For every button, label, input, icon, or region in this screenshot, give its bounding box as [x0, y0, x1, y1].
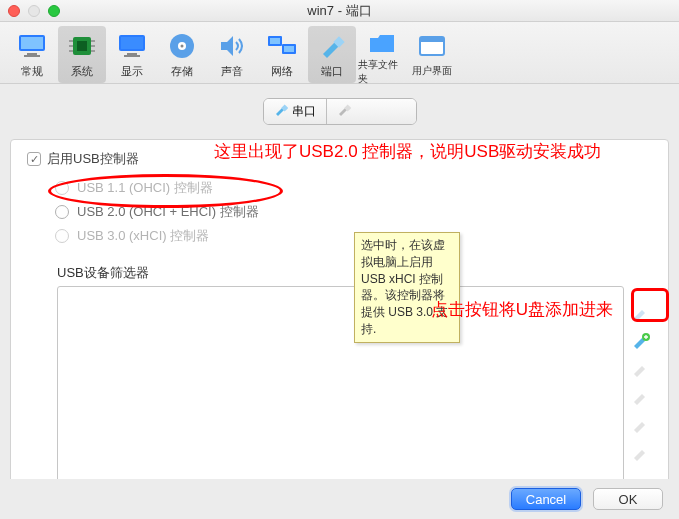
folder-icon — [366, 30, 398, 56]
usb-plug-icon — [337, 103, 351, 120]
svg-rect-25 — [420, 37, 444, 42]
toolbar-user-interface[interactable]: 用户界面 — [408, 26, 456, 83]
svg-rect-1 — [21, 37, 43, 49]
svg-rect-14 — [127, 53, 137, 55]
radio-icon — [55, 181, 69, 195]
toolbar-label: 端口 — [321, 64, 343, 79]
toolbar-ports[interactable]: 端口 — [308, 26, 356, 83]
enable-usb-checkbox[interactable]: ✓ — [27, 152, 41, 166]
svg-rect-13 — [121, 37, 143, 49]
titlebar: win7 - 端口 — [0, 0, 679, 22]
usb-remove-icon — [632, 360, 650, 378]
subtab-label: 串口 — [292, 103, 316, 120]
toolbar-label: 存储 — [171, 64, 193, 79]
svg-rect-21 — [270, 38, 280, 44]
subtab-serial[interactable]: 串口 — [264, 99, 326, 124]
ok-button[interactable]: OK — [593, 488, 663, 510]
window-title: win7 - 端口 — [0, 2, 679, 20]
radio-usb20[interactable]: USB 2.0 (OHCI + EHCI) 控制器 — [55, 200, 652, 224]
usb-eject-icon — [632, 444, 650, 462]
settings-toolbar: 常规 系统 显示 存储 声音 网络 端口 — [0, 22, 679, 84]
toolbar-label: 常规 — [21, 64, 43, 79]
svg-rect-15 — [124, 55, 140, 57]
usb-unknown-icon — [632, 416, 650, 434]
monitor-icon — [16, 30, 48, 62]
toolbar-label: 网络 — [271, 64, 293, 79]
radio-label: USB 2.0 (OHCI + EHCI) 控制器 — [77, 203, 259, 221]
toolbar-general[interactable]: 常规 — [8, 26, 56, 83]
radio-label: USB 3.0 (xHCI) 控制器 — [77, 227, 209, 245]
window-icon — [416, 30, 448, 62]
annotation-usb20-success: 这里出现了USB2.0 控制器，说明USB驱动安装成功 — [214, 140, 601, 163]
toolbar-label: 共享文件夹 — [358, 58, 406, 86]
toolbar-display[interactable]: 显示 — [108, 26, 156, 83]
toolbar-label: 显示 — [121, 64, 143, 79]
chip-icon — [66, 30, 98, 62]
usb-add-icon[interactable] — [632, 332, 650, 350]
svg-rect-3 — [24, 55, 40, 57]
svg-rect-22 — [284, 46, 294, 52]
filter-settings-icon — [632, 304, 650, 322]
usb-panel: ✓ 启用USB控制器 USB 1.1 (OHCI) 控制器 USB 2.0 (O… — [10, 139, 669, 503]
annotation-add-usb: 点击按钮将U盘添加进来 — [431, 298, 613, 321]
svg-rect-5 — [77, 41, 87, 51]
toolbar-label: 声音 — [221, 64, 243, 79]
radio-label: USB 1.1 (OHCI) 控制器 — [77, 179, 213, 197]
usb-plug-icon — [274, 103, 288, 120]
dialog-footer: Cancel OK — [0, 479, 679, 519]
radio-usb11[interactable]: USB 1.1 (OHCI) 控制器 — [55, 176, 652, 200]
network-icon — [266, 30, 298, 62]
usb-plug-icon — [316, 30, 348, 62]
enable-usb-label: 启用USB控制器 — [47, 150, 139, 168]
radio-icon — [55, 229, 69, 243]
toolbar-label: 用户界面 — [412, 64, 452, 78]
toolbar-audio[interactable]: 声音 — [208, 26, 256, 83]
speaker-icon — [216, 30, 248, 62]
disk-icon — [166, 30, 198, 62]
usb-remove-all-icon — [632, 388, 650, 406]
toolbar-storage[interactable]: 存储 — [158, 26, 206, 83]
toolbar-label: 系统 — [71, 64, 93, 79]
display-icon — [116, 30, 148, 62]
usb30-tooltip: 选中时，在该虚拟电脑上启用 USB xHCI 控制器。该控制器将提供 USB 3… — [354, 232, 460, 343]
svg-rect-2 — [27, 53, 37, 55]
usb-filter-action-bar — [630, 286, 652, 486]
svg-point-18 — [181, 45, 184, 48]
cancel-button[interactable]: Cancel — [511, 488, 581, 510]
toolbar-system[interactable]: 系统 — [58, 26, 106, 83]
port-subtabs: 串口 — [10, 98, 669, 125]
toolbar-shared-folders[interactable]: 共享文件夹 — [358, 26, 406, 83]
radio-icon — [55, 205, 69, 219]
subtab-usb[interactable] — [326, 99, 416, 124]
toolbar-network[interactable]: 网络 — [258, 26, 306, 83]
